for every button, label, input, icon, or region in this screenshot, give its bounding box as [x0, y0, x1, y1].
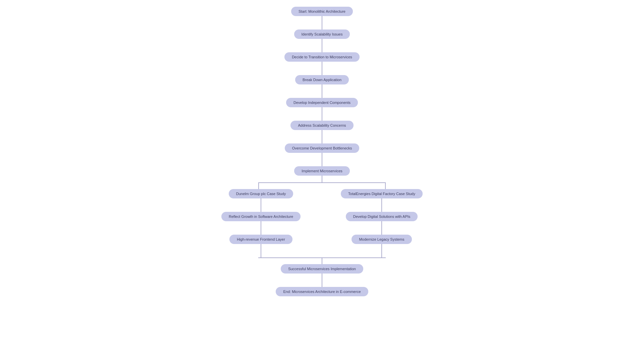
node-identify: Identify Scalability Issues [294, 29, 350, 39]
node-start: Start: Monolithic Architecture [291, 7, 353, 16]
conn-highrev-merge [261, 244, 261, 257]
conn-reflect-highrev [261, 221, 261, 235]
connector-5 [322, 107, 322, 121]
node-dunelm: Dunelm Group plc Case Study [229, 189, 293, 198]
conn-modernize-merge [381, 244, 382, 257]
connector-final [322, 274, 322, 287]
branch-section: Dunelm Group plc Case Study Reflect Grow… [221, 189, 423, 257]
node-reflect: Reflect Growth in Software Architecture [221, 212, 301, 221]
conn-digital-modernize [381, 221, 382, 235]
node-develop: Develop Independent Components [286, 98, 358, 107]
node-implement: Implement Microservices [294, 166, 350, 176]
node-decide: Decide to Transition to Microservices [284, 52, 360, 62]
connector-7 [322, 153, 322, 166]
node-develop-digital: Develop Digital Solutions with APIs [346, 212, 418, 221]
flowchart: Start: Monolithic Architecture Identify … [0, 7, 644, 349]
node-modernize: Modernize Legacy Systems [352, 235, 412, 244]
node-totalenergies: TotalEnergies Digital Factory Case Study [341, 189, 423, 198]
left-branch: Dunelm Group plc Case Study Reflect Grow… [221, 189, 301, 257]
conn-total-digital [381, 198, 382, 212]
connector-4 [322, 84, 322, 98]
node-successful: Successful Microservices Implementation [281, 264, 363, 274]
conn-dunelm-reflect [261, 198, 261, 212]
flowchart-container: Start: Monolithic Architecture Identify … [0, 0, 644, 362]
right-branch: TotalEnergies Digital Factory Case Study… [341, 189, 423, 257]
merge-connector [258, 257, 386, 264]
node-overcome: Overcome Development Bottlenecks [285, 143, 360, 153]
node-breakdown: Break Down Application [295, 75, 349, 84]
connector-6 [322, 130, 322, 143]
connector-3 [322, 62, 322, 75]
node-end: End: Microservices Architecture in E-com… [276, 287, 368, 296]
connector-2 [322, 39, 322, 52]
split-connector [258, 176, 386, 189]
connector-1 [322, 16, 322, 29]
node-address: Address Scalability Concerns [290, 121, 353, 130]
node-high-revenue: High-revenue Frontend Layer [229, 235, 292, 244]
